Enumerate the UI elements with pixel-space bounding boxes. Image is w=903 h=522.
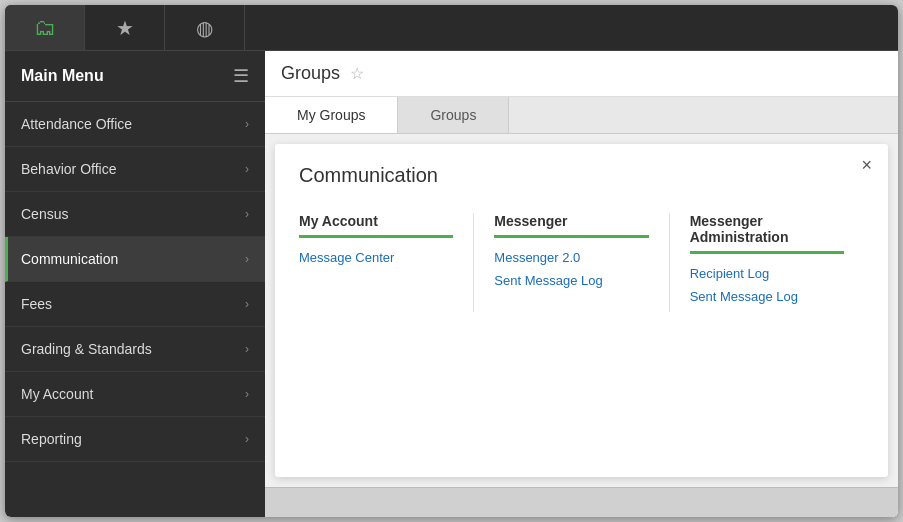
content-topbar: Groups ☆: [265, 51, 898, 97]
star-tab-icon[interactable]: ★: [85, 5, 165, 50]
comm-col-header-messenger: Messenger: [494, 213, 648, 238]
chevron-right-icon: ›: [245, 342, 249, 356]
link-messenger-2[interactable]: Messenger 2.0: [494, 250, 648, 265]
comm-col-messenger-admin: Messenger Administration Recipient Log S…: [690, 213, 864, 312]
chevron-right-icon: ›: [245, 252, 249, 266]
sidebar-item-reporting[interactable]: Reporting ›: [5, 417, 265, 462]
sidebar-item-label: Communication: [21, 251, 118, 267]
tab-my-groups[interactable]: My Groups: [265, 97, 398, 133]
tabs-bar: My Groups Groups: [265, 97, 898, 134]
tab-groups[interactable]: Groups: [398, 97, 509, 133]
chevron-right-icon: ›: [245, 297, 249, 311]
sidebar-header: Main Menu ☰: [5, 51, 265, 102]
comm-col-header-messenger-admin: Messenger Administration: [690, 213, 844, 254]
top-bar: 🗂 ★ ◍: [5, 5, 898, 51]
sidebar-item-grading[interactable]: Grading & Standards ›: [5, 327, 265, 372]
content-inner: × Communication My Account Message Cente…: [265, 134, 898, 517]
sidebar-item-label: Reporting: [21, 431, 82, 447]
sidebar-menu-icon[interactable]: ☰: [233, 65, 249, 87]
chevron-right-icon: ›: [245, 387, 249, 401]
history-tab-icon[interactable]: ◍: [165, 5, 245, 50]
sidebar-item-attendance-office[interactable]: Attendance Office ›: [5, 102, 265, 147]
link-recipient-log[interactable]: Recipient Log: [690, 266, 844, 281]
link-sent-message-log-admin[interactable]: Sent Message Log: [690, 289, 844, 304]
chevron-right-icon: ›: [245, 162, 249, 176]
link-message-center[interactable]: Message Center: [299, 250, 453, 265]
sidebar-item-label: Behavior Office: [21, 161, 116, 177]
comm-col-messenger: Messenger Messenger 2.0 Sent Message Log: [494, 213, 669, 312]
folder-tab-icon[interactable]: 🗂: [5, 5, 85, 50]
sidebar-item-label: Attendance Office: [21, 116, 132, 132]
sidebar-item-communication[interactable]: Communication ›: [5, 237, 265, 282]
communication-panel: × Communication My Account Message Cente…: [275, 144, 888, 477]
sidebar-item-label: Grading & Standards: [21, 341, 152, 357]
comm-col-my-account: My Account Message Center: [299, 213, 474, 312]
content-area: Groups ☆ My Groups Groups × Communicatio…: [265, 51, 898, 517]
app-container: 🗂 ★ ◍ Main Menu ☰ Attendance Office › Be…: [5, 5, 898, 517]
chevron-right-icon: ›: [245, 432, 249, 446]
sidebar-title: Main Menu: [21, 67, 104, 85]
sidebar-item-label: Fees: [21, 296, 52, 312]
bottom-bar: [265, 487, 898, 517]
communication-columns: My Account Message Center Messenger Mess…: [299, 213, 864, 312]
close-icon[interactable]: ×: [861, 156, 872, 174]
comm-col-header-my-account: My Account: [299, 213, 453, 238]
sidebar-item-census[interactable]: Census ›: [5, 192, 265, 237]
communication-panel-title: Communication: [299, 164, 864, 197]
favorite-star-icon[interactable]: ☆: [350, 64, 364, 83]
sidebar-item-fees[interactable]: Fees ›: [5, 282, 265, 327]
link-sent-message-log-messenger[interactable]: Sent Message Log: [494, 273, 648, 288]
chevron-right-icon: ›: [245, 207, 249, 221]
sidebar-item-behavior-office[interactable]: Behavior Office ›: [5, 147, 265, 192]
sidebar-item-label: Census: [21, 206, 68, 222]
page-title: Groups: [281, 63, 340, 84]
sidebar: Main Menu ☰ Attendance Office › Behavior…: [5, 51, 265, 517]
chevron-right-icon: ›: [245, 117, 249, 131]
main-area: Main Menu ☰ Attendance Office › Behavior…: [5, 51, 898, 517]
sidebar-item-label: My Account: [21, 386, 93, 402]
sidebar-item-my-account[interactable]: My Account ›: [5, 372, 265, 417]
